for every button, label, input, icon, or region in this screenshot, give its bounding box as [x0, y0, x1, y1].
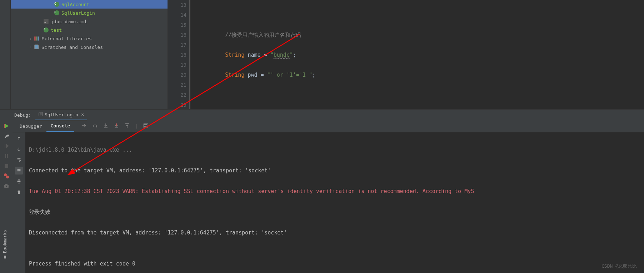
svg-point-13 — [4, 173, 7, 176]
show-exec-point-icon[interactable] — [81, 123, 87, 130]
debug-panel: Debug: SqlUserLogin × — [0, 109, 644, 273]
tree-item-scratches[interactable]: › Scratches and Consoles — [11, 43, 168, 51]
svg-rect-11 — [7, 154, 8, 158]
force-step-into-icon[interactable] — [114, 123, 119, 130]
debug-header: Debug: SqlUserLogin × — [0, 110, 644, 120]
file-icon — [43, 18, 49, 25]
resume-button[interactable] — [3, 142, 10, 150]
console-line: Process finished with exit code 0 — [29, 259, 640, 269]
breakpoint-view-button[interactable] — [3, 172, 10, 180]
console-tab[interactable]: Console — [46, 120, 75, 132]
tree-item-sqluserlogin[interactable]: C SqlUserLogin — [11, 9, 168, 17]
tree-item-sqlaccount[interactable]: C SqlAccount — [11, 0, 168, 9]
svg-rect-0 — [44, 19, 49, 24]
svg-rect-4 — [38, 36, 39, 40]
tree-label: SqlAccount — [61, 2, 89, 7]
tree-label: External Libraries — [41, 36, 92, 41]
chevron-right-icon[interactable]: › — [28, 36, 34, 41]
svg-point-17 — [6, 186, 7, 187]
debug-run-tab[interactable]: SqlUserLogin × — [35, 110, 87, 120]
watermark: CSDN @恶熊比比 — [601, 263, 637, 269]
svg-rect-16 — [5, 184, 8, 185]
close-icon[interactable]: × — [81, 112, 84, 117]
svg-rect-1 — [45, 22, 46, 23]
svg-point-14 — [6, 176, 9, 178]
code-area[interactable]: //接受用户输入的用户名和密码 String name = "bundc"; S… — [192, 0, 644, 109]
line-gutter: 13 14 15 16 17 18 19 20 21 22 23 24 — [168, 0, 189, 109]
code-editor[interactable]: 13 14 15 16 17 18 19 20 21 22 23 24 //接受… — [168, 0, 644, 109]
step-over-icon[interactable] — [92, 123, 98, 130]
left-margin — [0, 0, 11, 109]
svg-rect-22 — [146, 126, 147, 127]
print-icon[interactable] — [15, 177, 23, 185]
svg-rect-21 — [145, 126, 146, 127]
run-config-icon — [38, 112, 43, 118]
console-gutter — [13, 132, 25, 273]
soft-wrap-icon[interactable] — [15, 156, 23, 164]
tree-label: Scratches and Consoles — [41, 45, 103, 50]
scroll-down-icon[interactable] — [15, 145, 23, 153]
svg-rect-12 — [5, 164, 8, 168]
svg-rect-24 — [18, 180, 20, 181]
camera-icon[interactable] — [3, 182, 10, 189]
scratch-icon — [34, 44, 40, 50]
svg-rect-3 — [36, 36, 37, 40]
step-into-icon[interactable] — [103, 123, 109, 130]
scroll-up-icon[interactable] — [15, 135, 23, 142]
console: D:\jdk1.8.0_162\bin\java.exe ... Connect… — [13, 132, 644, 273]
evaluate-icon[interactable] — [143, 123, 149, 130]
console-line: D:\jdk1.8.0_162\bin\java.exe ... — [29, 145, 640, 155]
console-line: Tue Aug 01 20:12:38 CST 2023 WARN: Estab… — [29, 186, 640, 197]
clear-icon[interactable] — [15, 188, 23, 196]
debugger-tab[interactable]: Debugger — [15, 121, 46, 132]
run-tab-label: SqlUserLogin — [45, 112, 78, 117]
tree-label: jdbc-demo.iml — [51, 19, 87, 24]
tree-item-test[interactable]: C test — [11, 26, 168, 34]
svg-rect-19 — [144, 124, 147, 125]
pause-button[interactable] — [3, 152, 10, 160]
svg-rect-20 — [144, 126, 145, 127]
svg-rect-18 — [144, 123, 148, 128]
library-icon — [34, 35, 40, 42]
debug-tabs: Debugger Console | — [13, 120, 644, 132]
tree-item-external-libs[interactable]: › External Libraries — [11, 34, 168, 43]
bookmarks-tab[interactable]: Bookmarks — [1, 227, 9, 262]
svg-rect-2 — [34, 36, 35, 40]
console-line: Connected to the target VM, address: '12… — [29, 166, 640, 176]
console-line: Disconnected from the target VM, address… — [29, 228, 640, 238]
tree-item-iml[interactable]: jdbc-demo.iml — [11, 17, 168, 26]
svg-rect-10 — [5, 154, 6, 158]
class-icon: C — [54, 10, 60, 16]
step-out-icon[interactable] — [124, 123, 130, 130]
debug-step-toolbar: | — [81, 123, 149, 130]
tree-label: SqlUserLogin — [61, 10, 95, 16]
stop-button[interactable] — [3, 162, 10, 170]
chevron-right-icon[interactable]: › — [28, 44, 34, 50]
console-line: 登录失败 — [29, 207, 640, 217]
debug-rerun-button[interactable] — [3, 122, 10, 130]
svg-rect-8 — [4, 124, 5, 128]
class-icon: C — [54, 1, 60, 7]
scroll-to-end-icon[interactable] — [15, 167, 23, 175]
svg-rect-9 — [5, 144, 5, 148]
wrench-icon[interactable] — [3, 132, 10, 140]
console-output[interactable]: D:\jdk1.8.0_162\bin\java.exe ... Connect… — [25, 132, 644, 273]
project-tree[interactable]: C SqlAccount C SqlUserLogin jdbc-demo.im… — [11, 0, 168, 109]
tree-label: test — [51, 27, 62, 33]
gutter-border — [189, 0, 192, 109]
class-icon: C — [43, 27, 49, 33]
debug-title: Debug: — [14, 112, 31, 118]
